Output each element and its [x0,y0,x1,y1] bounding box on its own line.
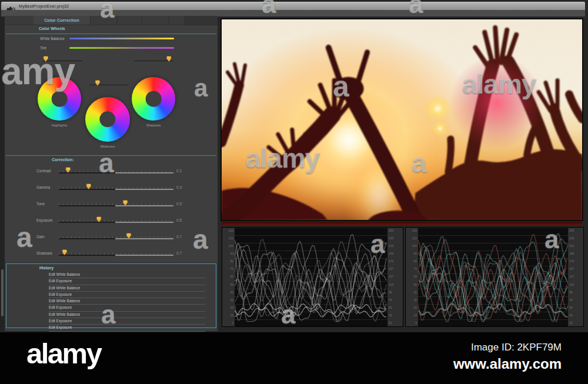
luma-waveform-scope: 1201101009080706050403020100 25523521519… [222,227,403,327]
axis-tick-label: 70 [407,268,417,271]
left-scrollbar[interactable] [0,16,5,330]
axis-tick-label: 120 [407,229,417,232]
history-item[interactable]: Edit Exposure [49,305,205,311]
slider-track[interactable] [59,205,173,206]
highlights-luma-slider[interactable] [43,56,82,63]
scrollbar-thumb[interactable] [1,269,4,316]
axis-tick-label: 196 [569,252,582,255]
axis-tick-label: 90 [407,252,417,255]
slider-thumb[interactable] [62,249,67,255]
axis-tick-label: 157 [389,268,402,271]
axis-tick-label: 157 [569,268,582,271]
axis-tick-label: 176 [569,260,582,263]
white-balance-gradient-bar[interactable] [69,38,174,39]
axis-tick-label: 20 [389,322,402,325]
tint-gradient-bar[interactable] [69,47,174,49]
slider-track-highlight [115,172,173,173]
axis-tick-label: 120 [223,229,233,232]
title-bar[interactable]: G MyBestProjectEver.proj32 [1,2,585,11]
divider [6,34,216,34]
slider-label: Gain [36,235,45,239]
correction-slider-row: Exposure 0.5 [5,213,218,230]
scope-axis-left: 1201101009080706050403020100 [406,228,418,326]
axis-tick-label: 100 [407,245,417,248]
axis-tick-label: 90 [223,252,233,255]
slider-track[interactable] [43,61,82,61]
midtones-color-wheel[interactable] [85,97,130,142]
axis-tick-label: 78 [569,299,582,302]
tab-empty[interactable] [184,16,218,25]
slider-label: Exposure [36,218,52,222]
slider-track[interactable] [59,255,173,256]
axis-tick-label: 70 [223,268,233,271]
axis-tick-label: 176 [389,260,402,263]
app-window: G MyBestProjectEver.proj32 Color Correct… [0,0,588,333]
axis-tick-label: 98 [389,291,402,294]
slider-track[interactable] [59,222,173,223]
history-item[interactable]: Edit White Balance [49,298,205,305]
history-item[interactable]: Edit Exposure [49,325,205,331]
slider-thumb[interactable] [65,167,71,173]
slider-track[interactable] [89,85,128,85]
slider-track[interactable] [59,189,173,190]
axis-tick-label: 137 [389,275,402,278]
axis-tick-label: 20 [407,306,417,309]
divider [6,155,216,156]
axis-tick-label: 39 [389,314,402,317]
slider-track-highlight [115,255,173,256]
slider-track-highlight [115,205,173,206]
highlights-color-wheel[interactable] [38,77,81,121]
axis-tick-label: 40 [223,291,233,294]
alamy-watermark-bar: alamy Image ID: 2KPF79M www.alamy.com [0,332,588,384]
axis-tick-label: 215 [569,245,582,248]
shadows-luma-slider[interactable] [134,56,173,63]
slider-value: 0.7 [176,251,182,255]
slider-label: Shadows [36,251,52,255]
slider-thumb[interactable] [96,216,102,222]
axis-tick-label: 0 [223,322,233,325]
axis-tick-label: 110 [223,237,233,240]
screenshot-root: G MyBestProjectEver.proj32 Color Correct… [0,0,588,384]
tab-separator [117,17,118,24]
video-bottom-strip [222,222,582,225]
axis-tick-label: 20 [569,322,582,325]
slider-track[interactable] [134,61,173,61]
image-id-text: Image ID: 2KPF79M [471,342,562,353]
slider-value: 0.1 [176,169,182,173]
scope-axis-right: 2552352151961761571371189878593920 [568,228,583,326]
axis-tick-label: 100 [223,245,233,248]
tab-color-correction[interactable]: Color Correction [34,16,90,25]
axis-tick-label: 80 [223,260,233,263]
slider-thumb[interactable] [86,183,91,189]
history-item[interactable]: Edit White Balance [49,312,205,318]
midtones-luma-slider[interactable] [89,80,128,87]
section-color-wheels: Color Wheels [39,26,65,31]
slider-track[interactable] [59,238,173,239]
slider-value: 0.5 [176,202,182,206]
axis-tick-label: 78 [389,299,402,302]
slider-track[interactable] [59,172,173,173]
axis-tick-label: 80 [407,260,417,263]
rgb-waveform-scope: 1201101009080706050403020100 25523521519… [405,227,584,327]
axis-tick-label: 0 [407,322,417,325]
axis-tick-label: 10 [407,314,417,317]
axis-tick-label: 50 [223,283,233,286]
slider-track-highlight [115,189,173,190]
tab-separator [142,17,142,24]
section-correction: Correction: [52,158,74,162]
history-item[interactable]: Edit White Balance [49,272,205,278]
shadows-color-wheel[interactable] [132,77,175,121]
history-item[interactable]: Edit Exposure [49,292,205,298]
history-item[interactable]: Edit Exposure [49,278,205,285]
history-item[interactable]: Edit Exposure [49,318,205,325]
axis-tick-label: 118 [389,283,402,286]
axis-tick-label: 255 [569,229,582,232]
axis-tick-label: 40 [407,291,417,294]
history-item[interactable]: Edit White Balance [49,285,205,292]
correction-sliders: Contrast 0.1 Gamma 0. [5,164,218,263]
axis-tick-label: 60 [223,275,233,278]
correction-slider-row: Tone 0.5 [5,197,218,213]
axis-tick-label: 10 [223,314,233,317]
history-list: Edit White Balance Edit Exposure Edit Wh… [49,272,205,332]
correction-slider-row: Gain 0.7 [5,230,218,246]
